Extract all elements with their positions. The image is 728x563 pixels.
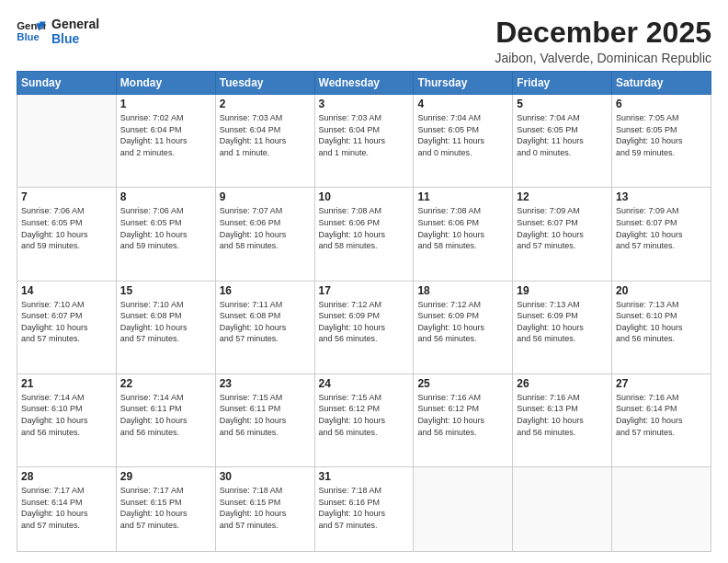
day-number: 8 [120,190,211,203]
day-number: 27 [616,377,707,390]
calendar-cell: 12Sunrise: 7:09 AM Sunset: 6:07 PM Dayli… [513,188,612,281]
logo-blue: Blue [51,31,99,46]
calendar-cell [513,467,612,552]
day-details: Sunrise: 7:08 AM Sunset: 6:06 PM Dayligh… [417,205,508,251]
weekday-header: Monday [116,72,215,95]
calendar-cell: 6Sunrise: 7:05 AM Sunset: 6:05 PM Daylig… [612,95,711,188]
day-details: Sunrise: 7:04 AM Sunset: 6:05 PM Dayligh… [417,112,508,158]
day-details: Sunrise: 7:12 AM Sunset: 6:09 PM Dayligh… [319,299,410,345]
calendar-cell [414,467,513,552]
day-details: Sunrise: 7:02 AM Sunset: 6:04 PM Dayligh… [120,112,211,158]
day-number: 24 [319,377,410,390]
day-details: Sunrise: 7:10 AM Sunset: 6:08 PM Dayligh… [120,299,211,345]
day-number: 31 [319,470,410,483]
title-block: December 2025 Jaibon, Valverde, Dominica… [495,17,711,65]
day-number: 17 [319,284,410,297]
day-number: 11 [417,190,508,203]
day-number: 21 [21,377,112,390]
day-number: 26 [517,377,608,390]
day-number: 29 [120,470,211,483]
calendar-cell: 22Sunrise: 7:14 AM Sunset: 6:11 PM Dayli… [116,373,215,466]
day-number: 3 [319,98,410,110]
calendar-cell: 27Sunrise: 7:16 AM Sunset: 6:14 PM Dayli… [612,373,711,466]
calendar-cell: 7Sunrise: 7:06 AM Sunset: 6:05 PM Daylig… [17,188,117,281]
day-details: Sunrise: 7:09 AM Sunset: 6:07 PM Dayligh… [517,205,608,251]
day-number: 13 [616,190,707,203]
day-number: 16 [220,284,311,297]
day-number: 19 [517,284,608,297]
calendar-week-row: 21Sunrise: 7:14 AM Sunset: 6:10 PM Dayli… [17,373,711,466]
day-number: 22 [120,377,211,390]
day-number: 6 [616,98,707,110]
day-details: Sunrise: 7:16 AM Sunset: 6:13 PM Dayligh… [517,392,608,438]
day-number: 1 [120,98,211,110]
calendar-table: SundayMondayTuesdayWednesdayThursdayFrid… [17,71,711,552]
weekday-header: Wednesday [314,72,414,95]
page: General Blue General Blue December 2025 … [0,0,728,563]
calendar-cell: 24Sunrise: 7:15 AM Sunset: 6:12 PM Dayli… [314,373,414,466]
calendar-cell: 19Sunrise: 7:13 AM Sunset: 6:09 PM Dayli… [513,281,612,373]
day-details: Sunrise: 7:18 AM Sunset: 6:16 PM Dayligh… [319,485,410,531]
day-details: Sunrise: 7:06 AM Sunset: 6:05 PM Dayligh… [21,205,112,251]
day-details: Sunrise: 7:14 AM Sunset: 6:11 PM Dayligh… [120,392,211,438]
logo-icon: General Blue [17,18,46,44]
calendar-cell: 5Sunrise: 7:04 AM Sunset: 6:05 PM Daylig… [513,95,612,188]
calendar-cell: 4Sunrise: 7:04 AM Sunset: 6:05 PM Daylig… [414,95,513,188]
calendar-cell: 2Sunrise: 7:03 AM Sunset: 6:04 PM Daylig… [215,95,314,188]
day-number: 7 [21,190,112,203]
day-number: 4 [417,98,508,110]
day-details: Sunrise: 7:15 AM Sunset: 6:11 PM Dayligh… [220,392,311,438]
calendar-cell: 25Sunrise: 7:16 AM Sunset: 6:12 PM Dayli… [414,373,513,466]
calendar-week-row: 28Sunrise: 7:17 AM Sunset: 6:14 PM Dayli… [17,467,711,552]
day-details: Sunrise: 7:11 AM Sunset: 6:08 PM Dayligh… [220,299,311,345]
calendar-cell: 14Sunrise: 7:10 AM Sunset: 6:07 PM Dayli… [17,281,117,373]
day-number: 15 [120,284,211,297]
calendar-cell: 8Sunrise: 7:06 AM Sunset: 6:05 PM Daylig… [116,188,215,281]
calendar-cell: 31Sunrise: 7:18 AM Sunset: 6:16 PM Dayli… [314,467,414,552]
day-number: 9 [220,190,311,203]
calendar-cell: 28Sunrise: 7:17 AM Sunset: 6:14 PM Dayli… [17,467,117,552]
day-details: Sunrise: 7:17 AM Sunset: 6:15 PM Dayligh… [120,485,211,531]
calendar-cell: 17Sunrise: 7:12 AM Sunset: 6:09 PM Dayli… [314,281,414,373]
calendar-cell: 3Sunrise: 7:03 AM Sunset: 6:04 PM Daylig… [314,95,414,188]
day-details: Sunrise: 7:12 AM Sunset: 6:09 PM Dayligh… [417,299,508,345]
calendar-header-row: SundayMondayTuesdayWednesdayThursdayFrid… [17,72,711,95]
calendar-cell: 26Sunrise: 7:16 AM Sunset: 6:13 PM Dayli… [513,373,612,466]
day-details: Sunrise: 7:09 AM Sunset: 6:07 PM Dayligh… [616,205,707,251]
weekday-header: Friday [513,72,612,95]
month-title: December 2025 [495,17,711,49]
calendar-cell: 11Sunrise: 7:08 AM Sunset: 6:06 PM Dayli… [414,188,513,281]
day-number: 5 [517,98,608,110]
day-details: Sunrise: 7:07 AM Sunset: 6:06 PM Dayligh… [220,205,311,251]
day-details: Sunrise: 7:08 AM Sunset: 6:06 PM Dayligh… [319,205,410,251]
weekday-header: Sunday [17,72,117,95]
day-details: Sunrise: 7:16 AM Sunset: 6:14 PM Dayligh… [616,392,707,438]
calendar-week-row: 14Sunrise: 7:10 AM Sunset: 6:07 PM Dayli… [17,281,711,373]
day-number: 30 [220,470,311,483]
header: General Blue General Blue December 2025 … [17,17,711,65]
day-number: 28 [21,470,112,483]
calendar-cell: 1Sunrise: 7:02 AM Sunset: 6:04 PM Daylig… [116,95,215,188]
day-details: Sunrise: 7:13 AM Sunset: 6:10 PM Dayligh… [616,299,707,345]
day-number: 2 [220,98,311,110]
weekday-header: Saturday [612,72,711,95]
calendar-cell: 18Sunrise: 7:12 AM Sunset: 6:09 PM Dayli… [414,281,513,373]
svg-text:Blue: Blue [17,31,40,42]
day-details: Sunrise: 7:16 AM Sunset: 6:12 PM Dayligh… [417,392,508,438]
calendar-cell: 16Sunrise: 7:11 AM Sunset: 6:08 PM Dayli… [215,281,314,373]
location: Jaibon, Valverde, Dominican Republic [495,51,711,65]
day-details: Sunrise: 7:17 AM Sunset: 6:14 PM Dayligh… [21,485,112,531]
day-number: 12 [517,190,608,203]
calendar-cell [612,467,711,552]
day-details: Sunrise: 7:18 AM Sunset: 6:15 PM Dayligh… [220,485,311,531]
calendar-cell: 13Sunrise: 7:09 AM Sunset: 6:07 PM Dayli… [612,188,711,281]
weekday-header: Thursday [414,72,513,95]
day-details: Sunrise: 7:03 AM Sunset: 6:04 PM Dayligh… [319,112,410,158]
weekday-header: Tuesday [215,72,314,95]
day-details: Sunrise: 7:15 AM Sunset: 6:12 PM Dayligh… [319,392,410,438]
calendar-cell: 15Sunrise: 7:10 AM Sunset: 6:08 PM Dayli… [116,281,215,373]
calendar-cell [17,95,117,188]
day-details: Sunrise: 7:14 AM Sunset: 6:10 PM Dayligh… [21,392,112,438]
day-number: 10 [319,190,410,203]
day-details: Sunrise: 7:04 AM Sunset: 6:05 PM Dayligh… [517,112,608,158]
